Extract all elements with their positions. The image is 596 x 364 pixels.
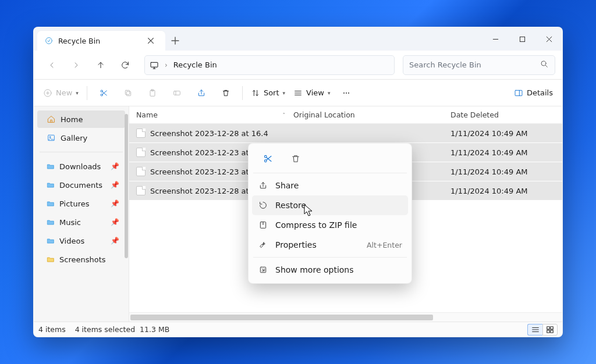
tab-close-button[interactable]: [143, 33, 158, 48]
context-menu: Share Restore Compress to ZIP file Prope…: [248, 143, 412, 284]
share-button[interactable]: [190, 83, 213, 103]
up-button[interactable]: [90, 55, 112, 75]
ellipsis-icon: [342, 88, 351, 98]
context-share[interactable]: Share: [252, 176, 408, 195]
sidebar-scrollbar[interactable]: [125, 114, 128, 258]
column-date-deleted[interactable]: Date Deleted: [450, 110, 562, 119]
context-properties-shortcut: Alt+Enter: [367, 241, 402, 249]
details-view-toggle[interactable]: [527, 324, 542, 336]
sidebar-item-videos[interactable]: Videos 📌: [37, 232, 125, 249]
context-show-more[interactable]: Show more options: [252, 260, 408, 280]
new-tab-button[interactable]: [165, 31, 185, 51]
home-icon: [47, 115, 56, 124]
sidebar-item-home[interactable]: Home: [37, 110, 125, 128]
svg-rect-19: [551, 326, 553, 329]
status-size: 11.3 MB: [140, 325, 169, 334]
search-box[interactable]: [403, 55, 555, 75]
sort-button[interactable]: Sort ▾: [247, 83, 289, 103]
maximize-icon: [519, 36, 526, 42]
context-restore[interactable]: Restore: [252, 195, 408, 215]
list-icon: [293, 88, 303, 98]
file-icon: [136, 167, 146, 176]
plus-circle-icon: [43, 88, 52, 98]
file-date: 1/11/2024 10:49 AM: [450, 148, 562, 157]
sidebar-item-documents[interactable]: Documents 📌: [37, 176, 125, 194]
paste-button[interactable]: [141, 83, 164, 103]
sidebar-item-label: Screenshots: [59, 255, 106, 264]
refresh-button[interactable]: [114, 55, 136, 75]
tab-recycle-bin[interactable]: Recycle Bin: [37, 31, 165, 51]
svg-rect-20: [547, 330, 549, 332]
address-bar[interactable]: › Recycle Bin: [144, 55, 395, 75]
svg-point-17: [49, 137, 51, 138]
sidebar-item-screenshots[interactable]: Screenshots: [37, 251, 125, 268]
sidebar-item-downloads[interactable]: Downloads 📌: [37, 158, 125, 175]
new-label: New: [56, 88, 72, 97]
toolbar-separator: [242, 86, 243, 100]
folder-icon: [47, 181, 55, 189]
plus-icon: [171, 36, 180, 45]
svg-rect-7: [126, 91, 130, 95]
maximize-button[interactable]: [509, 27, 535, 51]
sidebar-item-label: Home: [61, 115, 83, 124]
sidebar-item-label: Pictures: [59, 199, 89, 208]
svg-rect-1: [520, 37, 524, 41]
thumbnails-view-toggle[interactable]: [542, 324, 558, 336]
details-pane-button[interactable]: Details: [510, 83, 556, 103]
search-input[interactable]: [409, 60, 535, 69]
forward-button[interactable]: [65, 55, 87, 75]
svg-rect-11: [174, 91, 180, 95]
context-properties[interactable]: Properties Alt+Enter: [252, 235, 408, 255]
arrow-right-icon: [72, 60, 81, 70]
status-selected: 4 items selected: [75, 325, 135, 334]
view-button[interactable]: View ▾: [290, 83, 334, 103]
close-window-button[interactable]: [535, 27, 562, 51]
scrollbar-thumb[interactable]: [130, 315, 433, 320]
column-original-label: Original Location: [293, 110, 355, 119]
wrench-icon: [258, 240, 268, 249]
trash-icon: [221, 88, 230, 98]
sort-label: Sort: [264, 88, 279, 97]
monitor-icon: [150, 60, 159, 70]
sidebar: Home Gallery Downloads 📌 Documents 📌 Pic…: [34, 106, 129, 322]
folder-icon: [47, 255, 55, 263]
context-cut-button[interactable]: [258, 149, 278, 169]
status-item-count: 4 items: [38, 325, 66, 334]
file-date: 1/11/2024 10:49 AM: [450, 129, 562, 138]
cut-button[interactable]: [92, 83, 115, 103]
svg-rect-2: [151, 62, 158, 67]
folder-icon: [47, 199, 55, 208]
context-menu-divider: [253, 173, 407, 173]
back-button[interactable]: [41, 55, 63, 75]
more-button[interactable]: [335, 83, 358, 103]
context-menu-top-actions: [252, 147, 408, 170]
pin-icon: 📌: [111, 218, 119, 226]
horizontal-scrollbar[interactable]: [129, 312, 562, 322]
new-button[interactable]: New ▾: [40, 83, 82, 103]
close-icon: [147, 37, 155, 45]
copy-button[interactable]: [116, 83, 140, 103]
context-delete-button[interactable]: [286, 149, 306, 169]
sidebar-item-label: Videos: [59, 237, 84, 245]
svg-rect-15: [515, 90, 522, 95]
context-compress[interactable]: Compress to ZIP file: [252, 215, 408, 235]
svg-point-12: [344, 92, 345, 94]
context-properties-label: Properties: [275, 240, 317, 249]
delete-button[interactable]: [214, 83, 237, 103]
close-icon: [546, 36, 552, 42]
sidebar-item-music[interactable]: Music 📌: [37, 213, 125, 231]
context-restore-label: Restore: [275, 201, 306, 210]
column-name[interactable]: Name ˄: [136, 110, 293, 119]
arrow-left-icon: [47, 60, 56, 70]
column-original-location[interactable]: Original Location: [293, 110, 450, 119]
file-name: Screenshot 2023-12-28 at 16.4: [150, 129, 293, 138]
file-row[interactable]: Screenshot 2023-12-28 at 16.4 1/11/2024 …: [129, 124, 562, 143]
minimize-button[interactable]: [482, 27, 509, 51]
breadcrumb-separator: ›: [165, 61, 168, 69]
rename-button[interactable]: [165, 83, 189, 103]
sidebar-item-gallery[interactable]: Gallery: [37, 129, 125, 147]
scissors-icon: [99, 88, 108, 98]
breadcrumb-location[interactable]: Recycle Bin: [173, 60, 217, 69]
sidebar-item-pictures[interactable]: Pictures 📌: [37, 195, 125, 212]
sidebar-item-label: Documents: [59, 181, 102, 190]
